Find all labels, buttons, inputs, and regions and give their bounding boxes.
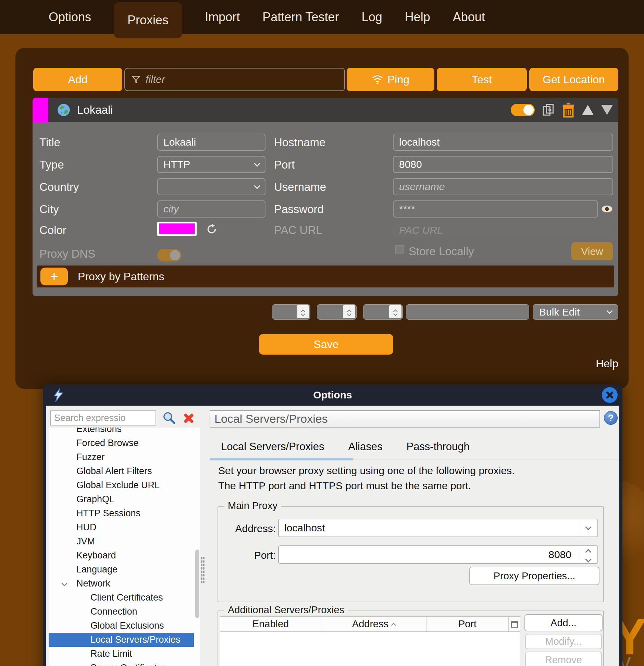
proxy-color-strip bbox=[33, 98, 48, 122]
tree-item-label: Language bbox=[76, 564, 117, 575]
options-dialog: Options Extensions Forced Browse Fuzzer … bbox=[43, 384, 622, 666]
pac-url-input[interactable] bbox=[393, 222, 613, 239]
hostname-input[interactable] bbox=[393, 134, 613, 151]
bulk-edit-select[interactable]: Bulk Edit bbox=[533, 304, 618, 320]
test-button[interactable]: Test bbox=[437, 68, 527, 91]
add-server-button[interactable]: Add... bbox=[524, 614, 603, 631]
tab-proxies[interactable]: Proxies bbox=[114, 2, 182, 38]
type-select[interactable]: HTTP bbox=[157, 156, 265, 173]
filter-input[interactable] bbox=[146, 74, 324, 85]
tree-item[interactable]: Server Certificates bbox=[49, 661, 200, 666]
get-location-button[interactable]: Get Location bbox=[529, 68, 618, 91]
password-input[interactable] bbox=[393, 200, 598, 218]
country-select[interactable] bbox=[157, 178, 265, 195]
duplicate-icon[interactable] bbox=[542, 103, 555, 117]
tab-options[interactable]: Options bbox=[49, 10, 91, 24]
save-button[interactable]: Save bbox=[259, 334, 393, 355]
servers-table-body[interactable] bbox=[220, 632, 520, 666]
search-icon[interactable] bbox=[162, 411, 175, 424]
clear-search-icon[interactable] bbox=[183, 412, 195, 424]
spinner-1[interactable] bbox=[272, 304, 310, 320]
add-button[interactable]: Add bbox=[33, 68, 122, 91]
port-input[interactable] bbox=[393, 156, 613, 173]
spin-buttons[interactable] bbox=[343, 305, 355, 318]
spinner-arrows[interactable] bbox=[579, 546, 597, 563]
address-label: Address: bbox=[221, 523, 276, 534]
tab-local-servers[interactable]: Local Servers/Proxies bbox=[221, 438, 324, 459]
tree-item[interactable]: JVM bbox=[49, 534, 200, 548]
search-input[interactable] bbox=[50, 410, 156, 426]
view-button[interactable]: View bbox=[571, 242, 613, 260]
city-input[interactable] bbox=[157, 200, 265, 218]
tab-about[interactable]: About bbox=[453, 10, 485, 24]
tab-import[interactable]: Import bbox=[205, 10, 240, 24]
tree-item-network[interactable]: Network bbox=[49, 577, 200, 591]
help-icon[interactable]: ? bbox=[604, 411, 618, 425]
color-swatch[interactable] bbox=[157, 222, 197, 236]
tree-item[interactable]: Connection bbox=[49, 605, 200, 619]
move-down-icon[interactable] bbox=[601, 105, 613, 115]
tree-item[interactable]: Fuzzer bbox=[49, 450, 200, 464]
tree-item[interactable]: Global Exclusions bbox=[49, 619, 200, 633]
dialog-body: Extensions Forced Browse Fuzzer Global A… bbox=[46, 406, 619, 666]
tree-item[interactable]: Extensions bbox=[49, 428, 200, 436]
tree-item[interactable]: Global Alert Filters bbox=[49, 464, 200, 478]
bulk-value-input[interactable] bbox=[406, 304, 529, 320]
spin-buttons[interactable] bbox=[389, 305, 401, 318]
tree-item[interactable]: Client Certificates bbox=[49, 591, 200, 605]
column-header-enabled[interactable]: Enabled bbox=[220, 617, 321, 631]
remove-server-button[interactable]: Remove bbox=[525, 652, 602, 666]
tree-item[interactable]: Forced Browse bbox=[49, 436, 200, 450]
tree-item[interactable]: Global Exclude URL bbox=[49, 478, 200, 492]
proxy-card-header: Lokaali bbox=[33, 98, 618, 122]
panel-splitter[interactable] bbox=[201, 556, 205, 584]
combobox-arrow[interactable] bbox=[579, 519, 597, 536]
address-combobox[interactable]: localhost bbox=[278, 519, 598, 537]
spin-buttons[interactable] bbox=[297, 305, 309, 318]
tree-item[interactable]: HUD bbox=[49, 520, 200, 534]
tree-item[interactable]: Rate Limit bbox=[49, 647, 200, 661]
spinner-2[interactable] bbox=[317, 304, 357, 320]
column-header-port[interactable]: Port bbox=[426, 617, 509, 631]
port-spinner[interactable]: 8080 bbox=[278, 545, 598, 564]
tab-aliases[interactable]: Aliases bbox=[348, 438, 383, 459]
top-navigation-bar: Options Proxies Import Pattern Tester Lo… bbox=[0, 0, 644, 34]
delete-icon[interactable] bbox=[562, 102, 574, 118]
tree-item-label: JVM bbox=[76, 536, 95, 546]
proxy-enabled-toggle[interactable] bbox=[511, 104, 535, 116]
show-password-eye-icon[interactable] bbox=[601, 205, 613, 213]
modify-server-button[interactable]: Modify... bbox=[525, 634, 602, 649]
username-input[interactable] bbox=[393, 178, 613, 195]
tree-item-local-servers[interactable]: Local Servers/Proxies bbox=[49, 633, 194, 647]
tree-item[interactable]: Language bbox=[49, 563, 200, 577]
tree-scrollbar[interactable] bbox=[195, 550, 199, 618]
column-header-address[interactable]: Address bbox=[321, 617, 426, 631]
tree-item[interactable]: HTTP Sessions bbox=[49, 506, 200, 520]
help-link[interactable]: Help bbox=[596, 357, 618, 370]
filter-field[interactable] bbox=[124, 68, 345, 91]
expander-chevron-icon[interactable] bbox=[62, 581, 67, 587]
hostname-label: Hostname bbox=[274, 136, 325, 149]
tab-pattern-tester[interactable]: Pattern Tester bbox=[262, 10, 339, 24]
add-pattern-button[interactable]: + bbox=[40, 268, 68, 285]
tab-pass-through[interactable]: Pass-through bbox=[406, 438, 469, 459]
tree-item-label: Global Exclude URL bbox=[76, 480, 160, 490]
close-icon[interactable] bbox=[602, 387, 618, 403]
password-label: Password bbox=[274, 203, 324, 216]
reset-color-icon[interactable] bbox=[206, 223, 218, 235]
title-input[interactable] bbox=[157, 134, 265, 151]
dialog-titlebar[interactable]: Options bbox=[43, 384, 622, 406]
tab-log[interactable]: Log bbox=[362, 10, 382, 24]
ping-button[interactable]: Ping bbox=[347, 68, 434, 91]
proxy-dns-toggle[interactable] bbox=[157, 249, 181, 261]
column-control-icon[interactable] bbox=[509, 617, 520, 631]
proxy-properties-button[interactable]: Proxy Properties... bbox=[469, 567, 599, 585]
main-proxy-legend: Main Proxy bbox=[224, 500, 281, 511]
move-up-icon[interactable] bbox=[582, 105, 594, 115]
tree-item-label: Local Servers/Proxies bbox=[90, 634, 181, 645]
tab-help[interactable]: Help bbox=[405, 10, 430, 24]
tree-item[interactable]: Keyboard bbox=[49, 548, 200, 563]
tree-item[interactable]: GraphQL bbox=[49, 492, 200, 506]
store-locally-checkbox[interactable] bbox=[395, 245, 404, 254]
spinner-3[interactable] bbox=[363, 304, 403, 320]
